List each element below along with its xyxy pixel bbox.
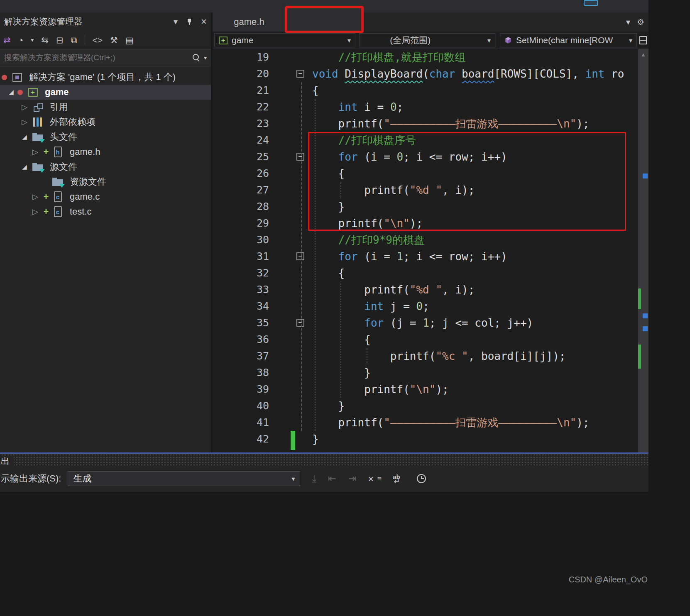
tree-item-header-files[interactable]: ◢头文件 bbox=[0, 130, 211, 144]
editor-scrollbar[interactable]: ▲ bbox=[638, 49, 648, 452]
code-text: { bbox=[312, 331, 371, 348]
code-line-37[interactable]: 37 printf("%c ", board[i][j]); bbox=[213, 348, 638, 364]
expanded-arrow-icon[interactable]: ◢ bbox=[5, 88, 17, 96]
change-bar bbox=[291, 431, 295, 450]
code-line-28[interactable]: 28 } bbox=[213, 198, 638, 215]
tree-item-test-c[interactable]: ▷+ctest.c bbox=[0, 204, 211, 219]
gutter bbox=[269, 99, 312, 115]
collapse-all-icon[interactable]: ⊟ bbox=[56, 36, 64, 44]
tree-item-source-files[interactable]: ◢源文件 bbox=[0, 159, 211, 174]
collapsed-arrow-icon[interactable]: ▷ bbox=[29, 192, 42, 201]
expanded-arrow-icon[interactable]: ◢ bbox=[18, 163, 31, 171]
code-editor[interactable]: 19 //打印棋盘,就是打印数组20void DisplayBoard(char… bbox=[213, 49, 638, 452]
line-number: 20 bbox=[213, 66, 269, 82]
tab-game-c[interactable]: game.c× bbox=[286, 12, 361, 32]
properties-wrench-icon[interactable]: ⚒ bbox=[110, 36, 118, 44]
code-line-20[interactable]: 20void DisplayBoard(char board[ROWS][COL… bbox=[213, 66, 638, 82]
pending-changes-icon[interactable]: ◔ bbox=[18, 36, 24, 44]
member-dropdown[interactable]: SetMine(char mine[ROW ▾ bbox=[500, 33, 637, 47]
sync-with-active-document-icon[interactable]: ⇄ bbox=[3, 36, 11, 44]
expanded-arrow-icon[interactable]: ◢ bbox=[18, 133, 31, 141]
vs-window: 解决方案资源管理器 ▾ × ⇄ ◔ ▾ ⇆ ⊟ ⧉ <> ⚒ ▤ ▾ bbox=[0, 0, 690, 616]
save-output-icon[interactable]: ⤓ bbox=[312, 474, 316, 484]
show-all-files-icon[interactable]: ▤ bbox=[125, 36, 134, 44]
tab-list-chevron-icon[interactable]: ▾ bbox=[626, 18, 630, 26]
prev-message-icon[interactable]: ⇤ bbox=[328, 474, 336, 484]
title-bar bbox=[0, 0, 648, 12]
switch-views-icon[interactable]: ⇆ bbox=[41, 36, 49, 44]
search-input[interactable] bbox=[4, 53, 193, 62]
code-text: } bbox=[312, 431, 319, 447]
collapsed-arrow-icon[interactable]: ▷ bbox=[18, 117, 31, 127]
tab-label: game.h bbox=[234, 17, 264, 27]
code-line-32[interactable]: 32 { bbox=[213, 265, 638, 281]
tree-item-label: game.h bbox=[70, 147, 100, 157]
code-line-39[interactable]: 39 printf("\n"); bbox=[213, 381, 638, 398]
fold-collapse-icon[interactable] bbox=[296, 252, 304, 260]
collapsed-arrow-icon[interactable]: ▷ bbox=[29, 147, 42, 156]
tree-item-external-deps[interactable]: ▷外部依赖项 bbox=[0, 115, 211, 130]
code-line-40[interactable]: 40 } bbox=[213, 398, 638, 414]
line-number: 21 bbox=[213, 82, 269, 99]
project-dropdown[interactable]: + game ▾ bbox=[214, 33, 355, 47]
code-line-42[interactable]: 42} bbox=[213, 431, 638, 447]
tab-game-h[interactable]: game.h bbox=[213, 12, 286, 32]
code-line-21[interactable]: 21{ bbox=[213, 82, 638, 99]
search-icon[interactable] bbox=[193, 54, 201, 62]
tree-item-resource-files[interactable]: 资源文件 bbox=[0, 174, 211, 189]
code-line-36[interactable]: 36 { bbox=[213, 331, 638, 348]
code-line-35[interactable]: 35 for (j = 1; j <= col; j++) bbox=[213, 315, 638, 331]
tree-item-references[interactable]: ▷引用 bbox=[0, 100, 211, 115]
pending-changes-chevron-icon[interactable]: ▾ bbox=[31, 37, 34, 43]
word-wrap-icon[interactable]: ab ↵ bbox=[393, 473, 405, 484]
line-number: 39 bbox=[213, 381, 269, 398]
scope-dropdown[interactable]: (全局范围) ▾ bbox=[359, 33, 495, 47]
code-line-23[interactable]: 23 printf("——————————扫雷游戏—————————\n"); bbox=[213, 115, 638, 132]
close-tab-icon[interactable]: × bbox=[345, 16, 350, 28]
code-line-24[interactable]: 24 //打印棋盘序号 bbox=[213, 132, 638, 149]
code-line-26[interactable]: 26 { bbox=[213, 165, 638, 182]
next-message-icon[interactable]: ⇥ bbox=[348, 474, 356, 484]
tree-item-game-c[interactable]: ▷+cgame.c bbox=[0, 189, 211, 204]
member-name: SetMine(char mine[ROW bbox=[516, 35, 613, 45]
clock-icon[interactable] bbox=[417, 474, 426, 483]
tab-label: game.c bbox=[296, 17, 328, 27]
code-text: void DisplayBoard(char board[ROWS][COLS]… bbox=[312, 66, 624, 82]
scroll-up-arrow-icon[interactable]: ▲ bbox=[638, 49, 648, 58]
code-line-33[interactable]: 33 printf("%d ", i); bbox=[213, 281, 638, 298]
code-line-22[interactable]: 22 int i = 0; bbox=[213, 99, 638, 115]
tree-item-project-game[interactable]: ◢+game bbox=[0, 85, 211, 100]
fold-collapse-icon[interactable] bbox=[296, 153, 304, 161]
split-editor-icon[interactable] bbox=[639, 36, 647, 44]
panel-menu-icon[interactable]: ▾ bbox=[174, 17, 178, 26]
preview-selected-icon[interactable]: ⧉ bbox=[71, 36, 77, 44]
output-title-bar[interactable]: 出 bbox=[0, 455, 648, 467]
fold-collapse-icon[interactable] bbox=[296, 319, 304, 327]
code-text: } bbox=[312, 198, 345, 215]
code-line-30[interactable]: 30 //打印9*9的棋盘 bbox=[213, 232, 638, 248]
code-line-34[interactable]: 34 int j = 0; bbox=[213, 298, 638, 315]
editor-settings-gear-icon[interactable]: ⚙ bbox=[637, 18, 644, 26]
tab-pin-icon[interactable] bbox=[331, 17, 341, 27]
collapsed-arrow-icon[interactable]: ▷ bbox=[18, 103, 31, 112]
code-line-25[interactable]: 25 for (i = 0; i <= row; i++) bbox=[213, 149, 638, 165]
view-code-icon[interactable]: <> bbox=[93, 36, 103, 44]
line-number: 35 bbox=[213, 315, 269, 331]
line-number: 34 bbox=[213, 298, 269, 315]
close-icon[interactable]: × bbox=[201, 17, 207, 27]
collapsed-arrow-icon[interactable]: ▷ bbox=[29, 207, 42, 216]
output-source-dropdown[interactable]: 生成 ▾ bbox=[68, 471, 300, 486]
code-line-29[interactable]: 29 printf("\n"); bbox=[213, 215, 638, 232]
code-line-41[interactable]: 41 printf("——————————扫雷游戏—————————\n"); bbox=[213, 414, 638, 431]
code-line-38[interactable]: 38 } bbox=[213, 364, 638, 381]
code-line-31[interactable]: 31 for (i = 1; i <= row; i++) bbox=[213, 248, 638, 265]
code-line-19[interactable]: 19 //打印棋盘,就是打印数组 bbox=[213, 49, 638, 66]
tree-item-solution[interactable]: 解决方案 'game' (1 个项目，共 1 个) bbox=[0, 70, 211, 85]
fold-collapse-icon[interactable] bbox=[296, 70, 304, 78]
pin-icon[interactable] bbox=[186, 18, 193, 25]
tree-item-game-h[interactable]: ▷+hgame.h bbox=[0, 144, 211, 159]
search-options-chevron-icon[interactable]: ▾ bbox=[204, 55, 207, 61]
code-line-27[interactable]: 27 printf("%d ", i); bbox=[213, 182, 638, 198]
clear-all-icon[interactable]: × ≡ bbox=[368, 473, 381, 484]
toolbar-highlighted-button[interactable] bbox=[584, 0, 598, 6]
